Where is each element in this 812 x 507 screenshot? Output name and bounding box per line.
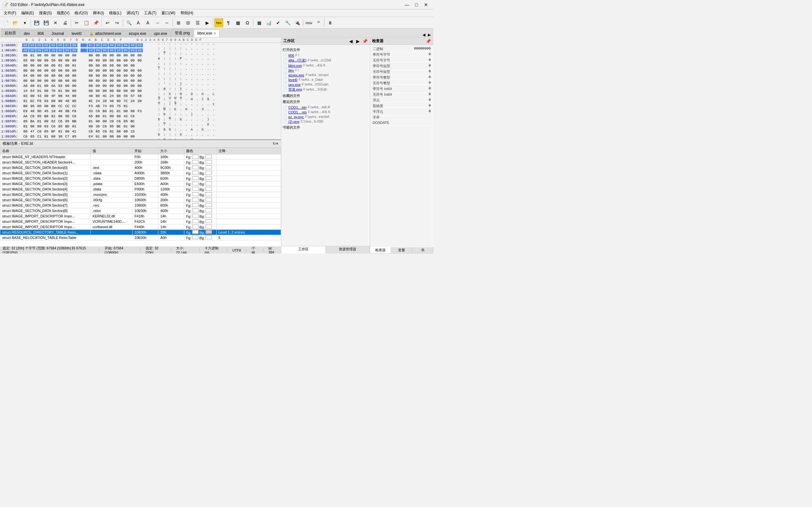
hex-byte[interactable]: 00 (130, 109, 136, 113)
hex-byte[interactable]: F8 (36, 99, 43, 103)
hex-byte[interactable]: 01 (71, 64, 78, 67)
hex-byte[interactable] (81, 130, 87, 133)
calc-button[interactable]: ▦ (255, 18, 264, 27)
tab-dev[interactable]: dev (20, 30, 33, 37)
template-table-container[interactable]: 名称 值 开始 大小 颜色 注释 struct IMAGE_NT_HEADERS… (0, 148, 281, 246)
hex-byte[interactable]: 00 (71, 84, 78, 88)
hex-row[interactable]: 1:08E0h:AAC685B801005DC685B901000042C6. … (0, 114, 281, 119)
hex-byte[interactable]: 00 (130, 59, 136, 62)
hex-byte[interactable]: 65 (22, 59, 29, 62)
hex-byte[interactable]: 68 (108, 64, 115, 67)
nav-pin[interactable]: 📌 (362, 38, 368, 44)
open-arrow[interactable]: ▾ (20, 18, 29, 27)
hex-byte[interactable]: 20 (101, 99, 108, 103)
hex-row[interactable]: 1:0870h:00000000000000000009000000000000… (0, 78, 281, 83)
recent-file-item[interactable]: 📄ez_py.pycF:\pyins...tracted\ (283, 114, 368, 119)
print-button[interactable]: 🖨 (61, 18, 69, 27)
hex-row[interactable]: 1:0820h:00010000000000000000000000000000… (0, 53, 281, 58)
menu-item-l[interactable]: 模板(L) (107, 10, 124, 16)
hex-byte[interactable]: 00 (64, 79, 70, 83)
save-button[interactable]: 💾 (32, 18, 41, 27)
hex-byte[interactable]: 00 (43, 59, 49, 62)
table-row[interactable]: struct IMAGE_SECTION_DATA Section[3].pda… (0, 181, 281, 187)
hex-byte[interactable]: 08 (115, 94, 122, 98)
fg-swatch[interactable] (192, 192, 199, 196)
bg-swatch[interactable] (206, 214, 212, 218)
hex-byte[interactable]: 00 (57, 79, 63, 83)
hex-byte[interactable]: 47 (29, 130, 36, 133)
hex-byte[interactable]: 10 (50, 109, 56, 113)
hex-byte[interactable]: 00 (22, 64, 29, 67)
copy-button[interactable]: 📋 (82, 18, 91, 27)
hex-byte[interactable]: 00 (50, 64, 56, 67)
hex-byte[interactable]: BF (50, 130, 56, 133)
hex-byte[interactable]: 60 (29, 84, 36, 88)
hex-byte[interactable]: C6 (130, 114, 136, 118)
hex-byte[interactable]: E9 (22, 109, 29, 113)
hex-byte[interactable] (81, 84, 87, 88)
hex-byte[interactable]: 00 (130, 135, 136, 138)
hex-byte[interactable]: 85 (64, 119, 70, 123)
hex-byte[interactable]: 00 (101, 89, 108, 93)
hex-byte[interactable]: 00 (136, 69, 143, 72)
hex-byte[interactable]: 00 (88, 59, 94, 62)
hex-byte[interactable] (81, 119, 87, 123)
template-button[interactable]: ⊟ (184, 18, 193, 27)
hex-byte[interactable]: 00 (57, 114, 63, 118)
hex-byte[interactable]: 80 (71, 59, 78, 62)
hex-byte[interactable]: 01 (95, 135, 101, 138)
hex-byte[interactable]: 62 (50, 119, 56, 123)
hex-byte[interactable]: 00 (95, 54, 101, 57)
hex-row[interactable]: 1:0890h:146401007D0100000000000000000000… (0, 89, 281, 94)
hex-byte[interactable]: 85 (29, 135, 36, 138)
undo-button[interactable]: ↩ (103, 18, 112, 27)
hex-byte[interactable]: 81 (22, 99, 29, 103)
hex-byte[interactable]: 85 (43, 130, 49, 133)
hex-byte[interactable]: 00 (29, 64, 36, 67)
hex-byte[interactable]: 33 (88, 109, 94, 113)
hex-byte[interactable]: 00 (57, 74, 63, 78)
hex-byte[interactable] (81, 64, 87, 67)
hex-row[interactable]: 1:08A0h:030043004F00440048894C2408555748… (0, 94, 281, 99)
table-row[interactable]: struct BASE_RELOCATION_TABLE RelocTable1… (0, 235, 281, 240)
table-row[interactable]: struct IMAGE_SECTION_DATA Section[5].msv… (0, 192, 281, 198)
hex-byte[interactable]: 00 (130, 43, 136, 47)
hex-byte[interactable]: 24 (130, 99, 136, 103)
hex-byte[interactable]: A0 (22, 49, 29, 52)
hex-byte[interactable]: 00 (122, 109, 129, 113)
hex-byte[interactable]: 00 (88, 64, 94, 67)
hex-byte[interactable]: 44 (64, 94, 70, 98)
hex-byte[interactable]: C6 (22, 135, 29, 138)
hex-byte[interactable] (81, 94, 87, 98)
tab-nav-right[interactable]: ▶ (426, 33, 432, 37)
table-row[interactable]: struct IMAGE_NT_HEADERS NTHeaderF0h100hF… (0, 154, 281, 160)
hex-byte[interactable] (81, 104, 87, 108)
hex-byte[interactable]: 00 (50, 79, 56, 83)
hex-byte[interactable]: 00 (88, 74, 94, 78)
hex-byte[interactable]: 00 (88, 89, 94, 93)
hex-byte[interactable]: 00 (122, 49, 129, 52)
menu-item-t[interactable]: 工具(T) (142, 10, 159, 16)
table-row[interactable]: struct IMAGE_SECTION_DATA Section[0].tex… (0, 165, 281, 170)
hex-byte[interactable]: 03 (22, 94, 29, 98)
hex-byte[interactable]: 00 (29, 124, 36, 128)
menu-item-e[interactable]: 编辑(E) (19, 10, 37, 16)
hex-byte[interactable] (81, 79, 87, 83)
hex-byte[interactable]: F8 (71, 109, 78, 113)
hex-byte[interactable]: 18 (88, 49, 94, 52)
fg-swatch[interactable] (192, 198, 199, 202)
hex-byte[interactable]: 00 (43, 74, 49, 78)
hex-byte[interactable]: 00 (122, 43, 129, 47)
hex-byte[interactable]: 00 (101, 43, 108, 47)
hex-byte[interactable]: 00 (43, 54, 49, 57)
nav-left-arrow[interactable]: ◀ (348, 38, 354, 44)
hex-byte[interactable]: 74 (101, 104, 108, 108)
table-row[interactable]: struct IMAGE_IMPORT_DESCRIPTOR Impo...VC… (0, 219, 281, 224)
hex-byte[interactable]: 00 (101, 64, 108, 67)
hex-byte[interactable]: 00 (43, 89, 49, 93)
hex-byte[interactable]: C7 (64, 135, 70, 138)
hex-byte[interactable]: 00 (108, 69, 115, 72)
hex-byte[interactable]: B9 (101, 109, 108, 113)
menu-item-i[interactable]: 脚本(I) (90, 10, 107, 16)
chars-button[interactable]: Ω (243, 18, 252, 27)
